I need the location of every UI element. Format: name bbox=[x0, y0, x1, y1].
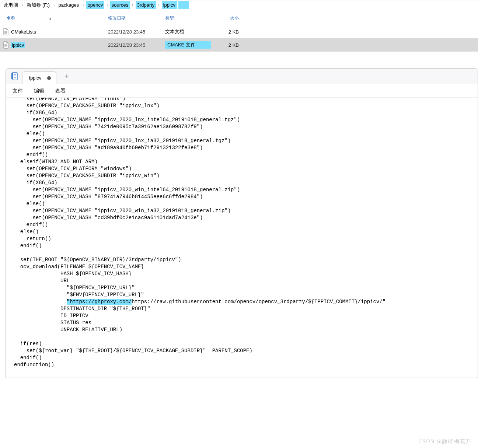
code-line: set(THE_ROOT "${OpenCV_BINARY_DIR}/3rdpa… bbox=[14, 256, 478, 263]
file-size: 2 KB bbox=[213, 42, 243, 48]
file-type: 文本文档 bbox=[165, 28, 213, 35]
new-tab-button[interactable]: + bbox=[63, 73, 70, 80]
code-line: endif() bbox=[14, 221, 478, 228]
code-line: set(${root_var} "${THE_ROOT}/${OPENCV_IC… bbox=[14, 347, 478, 354]
code-line bbox=[14, 249, 478, 256]
breadcrumb-segment[interactable]: 新加卷 (F:) bbox=[25, 1, 51, 10]
svg-rect-7 bbox=[11, 73, 13, 79]
tab-title: ippicv bbox=[29, 75, 41, 81]
code-line: "$ENV{OPENCV_IPPICV_URL}" bbox=[14, 291, 478, 298]
code-line: set(OPENCV_ICV_NAME "ippicv_2020_lnx_ia3… bbox=[14, 137, 478, 144]
code-line: set(OPENCV_ICV_HASH "cd39bdf0c2e1cac9a61… bbox=[14, 214, 478, 221]
code-line: endif() bbox=[14, 354, 478, 361]
code-line: STATUS res bbox=[14, 319, 478, 326]
file-row[interactable]: CMakeLists2022/12/28 23:45文本文档2 KB bbox=[0, 25, 478, 38]
breadcrumb-segment[interactable]: sources bbox=[110, 1, 130, 9]
chevron-right-icon: › bbox=[21, 3, 24, 7]
chevron-right-icon: › bbox=[82, 3, 84, 7]
highlighted-url: "https://ghproxy.com/ bbox=[67, 299, 132, 305]
breadcrumb-segment[interactable]: 此电脑 bbox=[2, 1, 20, 10]
file-list-header: 名称 ▲ 修改日期 类型 大小 bbox=[0, 12, 478, 25]
menu-edit[interactable]: 编辑 bbox=[34, 88, 44, 94]
notepad-icon bbox=[10, 71, 19, 81]
code-line: endif() bbox=[14, 151, 478, 158]
code-line: else() bbox=[14, 228, 478, 235]
code-line: URL bbox=[14, 277, 478, 284]
code-line: set(OPENCV_ICV_NAME "ippicv_2020_win_ia3… bbox=[14, 207, 478, 214]
column-size[interactable]: 大小 bbox=[213, 15, 243, 21]
code-line: elseif(WIN32 AND NOT ARM) bbox=[14, 158, 478, 165]
breadcrumb-segment[interactable]: 3rdparty bbox=[136, 1, 156, 9]
column-name[interactable]: 名称 ▲ bbox=[7, 15, 108, 21]
file-icon bbox=[3, 41, 9, 49]
breadcrumb-tail bbox=[178, 1, 189, 9]
text-editor: ippicv + 文件 编辑 查看 set(OPENCV_ICV_PLATFOR… bbox=[6, 68, 478, 378]
editor-tab[interactable]: ippicv bbox=[22, 71, 56, 84]
code-line: set(OPENCV_ICV_NAME "ippicv_2020_win_int… bbox=[14, 186, 478, 193]
chevron-right-icon: › bbox=[157, 3, 160, 7]
code-line: if(X86_64) bbox=[14, 179, 478, 186]
code-line: if(X86_64) bbox=[14, 109, 478, 116]
file-icon bbox=[3, 28, 9, 35]
chevron-right-icon: › bbox=[131, 3, 134, 7]
file-date: 2022/12/28 23:45 bbox=[108, 29, 165, 35]
column-date[interactable]: 修改日期 bbox=[108, 15, 165, 21]
column-type[interactable]: 类型 bbox=[165, 15, 213, 21]
code-line: ID IPPICV bbox=[14, 312, 478, 319]
svg-rect-6 bbox=[12, 73, 17, 80]
code-area[interactable]: set(OPENCV_ICV_PLATFORM "linux") set(OPE… bbox=[6, 98, 478, 378]
chevron-right-icon: › bbox=[53, 3, 55, 7]
chevron-right-icon: › bbox=[106, 3, 108, 7]
code-line: set(OPENCV_ICV_HASH "879741a7946b814455e… bbox=[14, 193, 478, 200]
code-line: UNPACK RELATIVE_URL) bbox=[14, 326, 478, 333]
file-type: CMAKE 文件 bbox=[165, 41, 213, 49]
code-line: set(OPENCV_ICV_HASH "7421de0095c7a39162a… bbox=[14, 123, 478, 130]
code-line: set(OPENCV_ICV_HASH "ad189a940fb60eb71f2… bbox=[14, 144, 478, 151]
code-line: set(OPENCV_ICV_PLATFORM "linux") bbox=[14, 98, 478, 102]
code-line: set(OPENCV_ICV_PLATFORM "windows") bbox=[14, 165, 478, 172]
sort-asc-icon: ▲ bbox=[49, 17, 52, 20]
code-line: ocv_download(FILENAME ${OPENCV_ICV_NAME} bbox=[14, 263, 478, 270]
file-row[interactable]: ippicv2022/12/28 23:45CMAKE 文件2 KB bbox=[0, 38, 478, 52]
code-line: else() bbox=[14, 200, 478, 207]
code-line: set(OPENCV_ICV_PACKAGE_SUBDIR "ippicv_wi… bbox=[14, 172, 478, 179]
code-line: set(OPENCV_ICV_NAME "ippicv_2020_lnx_int… bbox=[14, 116, 478, 123]
code-line: endfunction() bbox=[14, 361, 478, 368]
code-line bbox=[14, 333, 478, 340]
code-line: HASH ${OPENCV_ICV_HASH} bbox=[14, 270, 478, 277]
code-line: else() bbox=[14, 130, 478, 137]
breadcrumb-segment[interactable]: opencv bbox=[86, 1, 105, 9]
file-size: 2 KB bbox=[213, 29, 243, 35]
file-name: ippicv bbox=[11, 42, 25, 48]
menu-file[interactable]: 文件 bbox=[13, 88, 23, 94]
file-date: 2022/12/28 23:45 bbox=[108, 42, 165, 48]
breadcrumb-segment[interactable]: ippicv bbox=[162, 1, 177, 9]
code-line: endif() bbox=[14, 242, 478, 249]
menu-view[interactable]: 查看 bbox=[55, 88, 66, 94]
code-line: set(OPENCV_ICV_PACKAGE_SUBDIR "ippicv_ln… bbox=[14, 102, 478, 109]
breadcrumb-segment[interactable]: packages bbox=[57, 1, 81, 9]
editor-menubar: 文件 编辑 查看 bbox=[6, 84, 478, 98]
code-line: if(res) bbox=[14, 340, 478, 347]
column-name-label: 名称 bbox=[7, 15, 15, 21]
file-list: CMakeLists2022/12/28 23:45文本文档2 KBippicv… bbox=[0, 25, 478, 52]
tab-modified-dot-icon bbox=[47, 76, 51, 80]
code-line: DESTINATION_DIR "${THE_ROOT}" bbox=[14, 305, 478, 312]
code-line: return() bbox=[14, 235, 478, 242]
code-line: "https://ghproxy.com/https://raw.githubu… bbox=[14, 298, 478, 305]
code-line: "${OPENCV_IPPICV_URL}" bbox=[14, 284, 478, 291]
editor-titlebar: ippicv + bbox=[6, 69, 478, 84]
file-name: CMakeLists bbox=[11, 29, 36, 35]
breadcrumb[interactable]: 此电脑›新加卷 (F:)›packages›opencv›sources›3rd… bbox=[0, 0, 478, 12]
